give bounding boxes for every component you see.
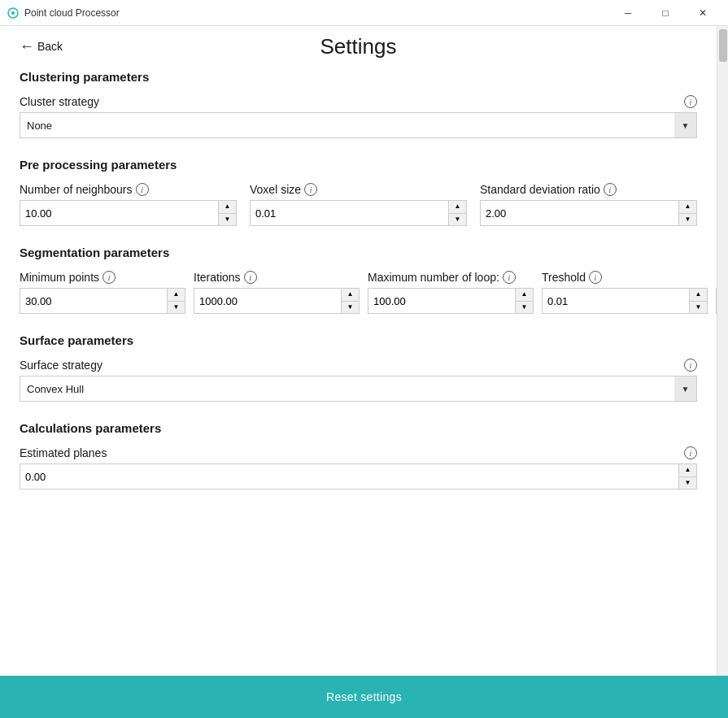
max-loops-label-row: Maximum number of loop: i <box>368 271 534 284</box>
iterations-info-icon[interactable]: i <box>244 271 257 284</box>
back-arrow-icon: ← <box>20 39 34 54</box>
segmentation-title: Segmentation parameters <box>20 246 697 259</box>
estimated-planes-label-row: Estimated planes i <box>20 446 697 459</box>
minimum-points-spin-buttons: ▲ ▼ <box>168 288 185 314</box>
cluster-strategy-select[interactable]: None KMeans DBSCAN <box>20 112 697 138</box>
iterations-down[interactable]: ▼ <box>342 302 359 314</box>
max-loops-label: Maximum number of loop: <box>368 271 499 284</box>
max-loops-up[interactable]: ▲ <box>516 289 533 302</box>
iterations-field: Iterations i ▲ ▼ <box>194 271 360 314</box>
scrollbar-thumb[interactable] <box>719 29 727 62</box>
minimum-points-input[interactable] <box>20 288 168 314</box>
estimated-planes-info-icon[interactable]: i <box>684 446 697 459</box>
surface-strategy-label: Surface strategy <box>20 359 102 372</box>
window-controls: ─ □ ✕ <box>609 0 721 26</box>
number-of-neighbours-field: Number of neighbours i ▲ ▼ <box>20 183 237 226</box>
minimum-points-up[interactable]: ▲ <box>168 289 185 302</box>
close-button[interactable]: ✕ <box>684 0 721 26</box>
preprocessing-grid: Number of neighbours i ▲ ▼ Voxel size <box>20 183 697 226</box>
voxel-size-field: Voxel size i ▲ ▼ <box>250 183 467 226</box>
treshold-field: Treshold i ▲ ▼ <box>542 271 708 314</box>
minimum-points-info-icon[interactable]: i <box>102 271 116 284</box>
voxel-size-down[interactable]: ▼ <box>449 214 466 226</box>
scrollbar[interactable] <box>717 26 728 676</box>
max-loops-info-icon[interactable]: i <box>503 271 516 284</box>
iterations-up[interactable]: ▲ <box>342 289 359 302</box>
maximize-button[interactable]: □ <box>647 0 684 26</box>
number-of-neighbours-label: Number of neighbours <box>20 183 133 196</box>
number-of-neighbours-down[interactable]: ▼ <box>219 214 236 226</box>
calculations-title: Calculations parameters <box>20 421 697 435</box>
iterations-spinbox: ▲ ▼ <box>194 288 360 314</box>
minimum-points-down[interactable]: ▼ <box>168 302 185 314</box>
clustering-title: Clustering parameters <box>20 70 697 84</box>
treshold-up[interactable]: ▲ <box>690 289 707 302</box>
std-deviation-ratio-up[interactable]: ▲ <box>679 201 696 214</box>
std-deviation-ratio-input[interactable] <box>480 200 679 226</box>
minimum-points-field: Minimum points i ▲ ▼ <box>20 271 185 314</box>
number-of-neighbours-label-row: Number of neighbours i <box>20 183 237 196</box>
minimum-points-label: Minimum points <box>20 271 99 284</box>
max-loops-input[interactable] <box>368 288 516 314</box>
calculations-section: Calculations parameters Estimated planes… <box>20 421 697 490</box>
surface-strategy-info-icon[interactable]: i <box>684 359 697 372</box>
voxel-size-info-icon[interactable]: i <box>304 183 317 196</box>
estimated-planes-input[interactable] <box>20 463 679 490</box>
number-of-neighbours-input[interactable] <box>20 200 219 226</box>
treshold-spin-buttons: ▲ ▼ <box>690 288 708 314</box>
estimated-planes-up[interactable]: ▲ <box>679 464 696 477</box>
iterations-label-row: Iterations i <box>194 271 360 284</box>
voxel-size-spin-buttons: ▲ ▼ <box>449 200 467 226</box>
cluster-strategy-label-row: Cluster strategy i <box>20 95 697 108</box>
cluster-strategy-select-wrapper: None KMeans DBSCAN ▼ <box>20 112 697 138</box>
voxel-size-input[interactable] <box>250 200 449 226</box>
svg-point-1 <box>11 11 15 15</box>
surface-strategy-label-row: Surface strategy i <box>20 359 697 372</box>
treshold-info-icon[interactable]: i <box>589 271 602 284</box>
surface-section: Surface parameters Surface strategy i Co… <box>20 333 697 402</box>
surface-strategy-select[interactable]: Convex Hull Alpha Shape None <box>20 376 697 402</box>
page-title: Settings <box>320 34 397 59</box>
app-icon <box>7 7 20 20</box>
std-deviation-ratio-down[interactable]: ▼ <box>679 214 696 226</box>
segmentation-grid: Minimum points i ▲ ▼ Iterations <box>20 271 697 314</box>
treshold-spinbox: ▲ ▼ <box>542 288 708 314</box>
iterations-input[interactable] <box>194 288 342 314</box>
voxel-size-up[interactable]: ▲ <box>449 201 466 214</box>
max-loops-down[interactable]: ▼ <box>516 302 533 314</box>
std-deviation-ratio-field: Standard deviation ratio i ▲ ▼ <box>480 183 697 226</box>
voxel-size-spinbox: ▲ ▼ <box>250 200 467 226</box>
app-title: Point cloud Processor <box>24 7 120 19</box>
treshold-label: Treshold <box>542 271 586 284</box>
title-bar: Point cloud Processor ─ □ ✕ <box>0 0 728 26</box>
reset-settings-button[interactable]: Reset settings <box>326 690 402 703</box>
back-label: Back <box>37 40 63 53</box>
segmentation-section: Segmentation parameters Minimum points i… <box>20 246 697 314</box>
content-area: ← Back Settings Clustering parameters Cl… <box>0 26 717 676</box>
preprocessing-section: Pre processing parameters Number of neig… <box>20 158 697 226</box>
treshold-down[interactable]: ▼ <box>690 302 707 314</box>
minimum-ratio-input[interactable] <box>716 288 717 314</box>
number-of-neighbours-spin-buttons: ▲ ▼ <box>219 200 237 226</box>
treshold-input[interactable] <box>542 288 690 314</box>
max-loops-spin-buttons: ▲ ▼ <box>516 288 534 314</box>
max-loops-spinbox: ▲ ▼ <box>368 288 534 314</box>
number-of-neighbours-info-icon[interactable]: i <box>136 183 149 196</box>
surface-title: Surface parameters <box>20 333 697 347</box>
std-deviation-ratio-info-icon[interactable]: i <box>604 183 617 196</box>
page-header: ← Back Settings <box>20 26 697 70</box>
iterations-label: Iterations <box>194 271 241 284</box>
footer: Reset settings <box>0 676 728 718</box>
title-bar-left: Point cloud Processor <box>7 7 120 20</box>
max-loops-field: Maximum number of loop: i ▲ ▼ <box>368 271 534 314</box>
back-button[interactable]: ← Back <box>20 39 63 54</box>
surface-strategy-select-wrapper: Convex Hull Alpha Shape None ▼ <box>20 376 697 402</box>
number-of-neighbours-up[interactable]: ▲ <box>219 201 236 214</box>
minimum-ratio-spinbox: ▲ ▼ <box>716 288 717 314</box>
std-deviation-ratio-spinbox: ▲ ▼ <box>480 200 697 226</box>
minimize-button[interactable]: ─ <box>609 0 647 26</box>
estimated-planes-down[interactable]: ▼ <box>679 477 696 490</box>
voxel-size-label-row: Voxel size i <box>250 183 467 196</box>
cluster-strategy-info-icon[interactable]: i <box>684 95 697 108</box>
main-wrapper: ← Back Settings Clustering parameters Cl… <box>0 26 728 676</box>
